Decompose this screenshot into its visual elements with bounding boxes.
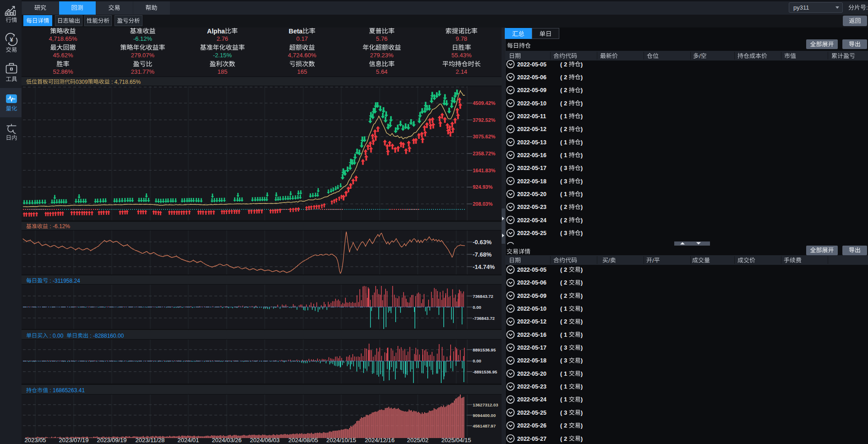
svg-text:9.78: 9.78 <box>456 35 467 42</box>
svg-text:( 2: ( 2 <box>560 279 569 286</box>
svg-text:( 2: ( 2 <box>560 100 569 107</box>
svg-text:): ) <box>581 113 583 120</box>
svg-text:: -6.12%: : -6.12% <box>48 223 70 230</box>
svg-text:2024/03/26: 2024/03/26 <box>212 437 242 444</box>
svg-text:208.03%: 208.03% <box>473 201 493 207</box>
svg-text:): ) <box>581 344 583 351</box>
svg-text:2023/11/28: 2023/11/28 <box>136 437 165 444</box>
svg-text:-14.74%: -14.74% <box>473 263 495 270</box>
svg-text:0.00: 0.00 <box>473 358 481 363</box>
svg-text:2022-05-12: 2022-05-12 <box>517 126 546 132</box>
svg-text:): ) <box>581 266 583 273</box>
svg-text:): ) <box>581 164 583 171</box>
svg-text:/: / <box>699 53 701 60</box>
svg-text:2022-05-24: 2022-05-24 <box>517 217 546 224</box>
svg-text:( 2: ( 2 <box>560 203 569 210</box>
svg-text:2022-05-26: 2022-05-26 <box>517 422 546 429</box>
svg-text:231.77%: 231.77% <box>131 68 155 75</box>
svg-text:Alpha: Alpha <box>207 27 225 35</box>
svg-text:/: / <box>608 257 610 264</box>
svg-text:2022-05-23: 2022-05-23 <box>517 384 546 390</box>
svg-text:2022-05-17: 2022-05-17 <box>517 345 546 351</box>
svg-text:): ) <box>581 74 583 81</box>
svg-text:2022-05-06: 2022-05-06 <box>517 74 546 81</box>
svg-text:2024/01: 2024/01 <box>178 437 199 444</box>
svg-text:2023/09/19: 2023/09/19 <box>97 437 127 444</box>
svg-text:( 1: ( 1 <box>560 331 569 338</box>
svg-text:): ) <box>581 203 583 210</box>
svg-text:( 3: ( 3 <box>560 409 569 416</box>
svg-text:Beta: Beta <box>289 27 303 35</box>
svg-text:2022-05-05: 2022-05-05 <box>517 267 546 273</box>
svg-text:2023/05: 2023/05 <box>25 437 46 444</box>
svg-text:): ) <box>581 422 583 429</box>
svg-text:2024/08/05: 2024/08/05 <box>289 437 318 444</box>
svg-text:2022-05-17: 2022-05-17 <box>517 165 546 171</box>
svg-text:): ) <box>581 292 583 299</box>
svg-text:: 16865263.41: : 16865263.41 <box>48 387 85 394</box>
svg-text:2024/10/15: 2024/10/15 <box>327 437 356 444</box>
svg-text:2022-05-23: 2022-05-23 <box>517 204 546 210</box>
svg-text:( 1: ( 1 <box>560 396 569 403</box>
svg-text:2022-05-13: 2022-05-13 <box>517 139 546 146</box>
svg-text:( 2: ( 2 <box>560 266 569 273</box>
svg-text:4509.42%: 4509.42% <box>473 100 496 106</box>
svg-text:2022-05-06: 2022-05-06 <box>517 280 546 286</box>
svg-text:( 1: ( 1 <box>560 113 569 120</box>
svg-text:8891536.95: 8891536.95 <box>473 347 496 352</box>
svg-text:5.64: 5.64 <box>376 68 388 75</box>
svg-text:4,724.60%: 4,724.60% <box>288 52 317 59</box>
svg-text:2022-05-10: 2022-05-10 <box>517 306 546 312</box>
svg-text:( 1: ( 1 <box>560 139 569 146</box>
svg-text:): ) <box>581 435 583 442</box>
svg-text:2022-05-24: 2022-05-24 <box>517 396 546 403</box>
svg-text:): ) <box>581 191 583 197</box>
svg-text:45.62%: 45.62% <box>53 52 74 59</box>
svg-text:2022-05-05: 2022-05-05 <box>517 61 546 68</box>
svg-text:): ) <box>581 409 583 416</box>
svg-text:: 0.00: : 0.00 <box>48 333 66 339</box>
svg-text:2024/06/03: 2024/06/03 <box>250 437 280 444</box>
svg-text:-8891536.95: -8891536.95 <box>473 369 497 374</box>
svg-text:( 1: ( 1 <box>560 152 569 159</box>
svg-text:): ) <box>581 279 583 286</box>
svg-text:2022-05-18: 2022-05-18 <box>517 178 546 185</box>
svg-text:): ) <box>581 61 583 68</box>
svg-text:3792.52%: 3792.52% <box>473 117 496 123</box>
svg-text:52.86%: 52.86% <box>53 68 74 75</box>
svg-text:2024/12/16: 2024/12/16 <box>365 437 395 444</box>
svg-text:2022-05-10: 2022-05-10 <box>517 100 546 107</box>
svg-text:): ) <box>581 370 583 377</box>
svg-text:2022-05-16: 2022-05-16 <box>517 152 546 159</box>
svg-text:2025/02: 2025/02 <box>407 437 429 444</box>
svg-text:): ) <box>581 230 583 236</box>
svg-text:-6.12%: -6.12% <box>133 35 153 42</box>
svg-text:( 2: ( 2 <box>560 217 569 224</box>
svg-text:2022-05-16: 2022-05-16 <box>517 332 546 338</box>
svg-text:5.76: 5.76 <box>376 35 388 42</box>
svg-text:( 3: ( 3 <box>560 357 569 364</box>
svg-text:( 2: ( 2 <box>560 435 569 442</box>
svg-text:): ) <box>581 305 583 312</box>
svg-text:2.14: 2.14 <box>456 68 467 75</box>
svg-text:( 2: ( 2 <box>560 74 569 81</box>
svg-text:-7.68%: -7.68% <box>473 251 492 258</box>
svg-text:( 1: ( 1 <box>560 191 569 197</box>
svg-text:736843.72: 736843.72 <box>473 294 493 299</box>
svg-text:): ) <box>581 396 583 403</box>
svg-text:): ) <box>581 139 583 146</box>
svg-text:2358.72%: 2358.72% <box>473 151 496 156</box>
svg-text:185: 185 <box>218 68 228 75</box>
svg-text:-2.15%: -2.15% <box>213 52 232 59</box>
svg-text:0.17: 0.17 <box>296 35 308 42</box>
svg-text:2.76: 2.76 <box>217 35 228 42</box>
svg-text:): ) <box>581 87 583 93</box>
svg-text:): ) <box>581 100 583 107</box>
svg-text:: -311958.24: : -311958.24 <box>48 278 80 284</box>
svg-text:( 2: ( 2 <box>560 292 569 299</box>
svg-text:2022-05-20: 2022-05-20 <box>517 191 546 197</box>
svg-text:2022-05-12: 2022-05-12 <box>517 318 546 325</box>
svg-text::: : <box>866 4 868 11</box>
svg-text:): ) <box>581 152 583 159</box>
svg-text:( 3: ( 3 <box>560 178 569 185</box>
